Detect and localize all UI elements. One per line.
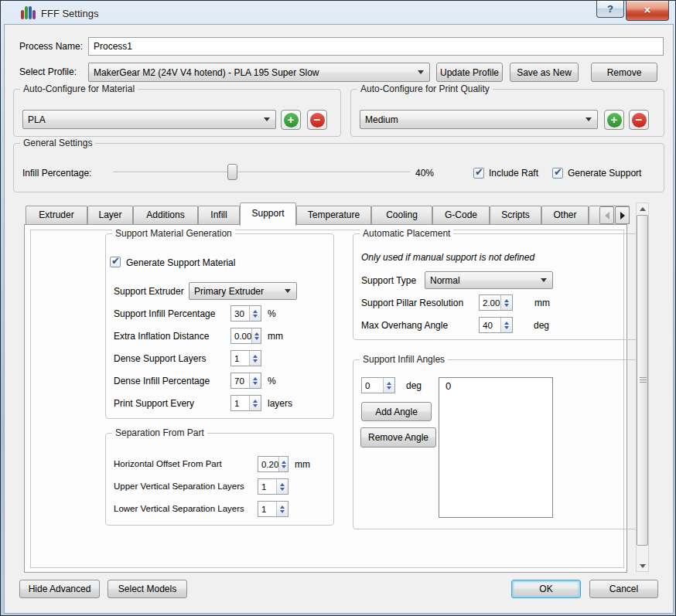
process-name-label: Process Name: (19, 41, 83, 52)
tab-gcode[interactable]: G-Code (432, 206, 490, 224)
extra-inflation-distance-label: Extra Inflation Distance (114, 331, 209, 342)
chevron-left-icon (605, 212, 609, 220)
angle-list-item[interactable]: 0 (439, 378, 552, 392)
minus-icon: − (632, 113, 647, 128)
horizontal-offset-spinner[interactable]: 0.20 (258, 456, 288, 472)
spin-up-icon (280, 505, 285, 509)
check-icon: ✔ (475, 166, 483, 178)
remove-profile-button[interactable]: Remove (591, 63, 657, 82)
upper-vertical-separation-label: Upper Vertical Separation Layers (114, 482, 244, 491)
ok-button[interactable]: OK (511, 580, 581, 598)
max-overhang-angle-spinner[interactable]: 40 (479, 317, 513, 333)
window-title: FFF Settings (41, 8, 98, 19)
infill-percentage-value: 40% (415, 168, 434, 179)
infill-slider-thumb[interactable] (227, 164, 237, 180)
material-select[interactable]: PLA (22, 110, 276, 129)
spin-up-icon (253, 400, 258, 403)
tab-scroll-left-button (599, 206, 614, 224)
save-as-new-button[interactable]: Save as New (510, 63, 579, 82)
support-type-select[interactable]: Normal (425, 271, 553, 289)
tab-support[interactable]: Support (240, 202, 296, 226)
general-settings-group: General Settings (13, 143, 664, 192)
check-icon: ✔ (111, 255, 120, 267)
spin-down-icon (253, 382, 258, 385)
tab-temperature[interactable]: Temperature (296, 206, 371, 224)
tab-extruder[interactable]: Extruder (26, 206, 87, 224)
scroll-down-button[interactable] (637, 560, 648, 571)
lower-vertical-separation-spinner[interactable]: 1 (258, 501, 288, 517)
generate-support-checkbox[interactable]: ✔ (552, 168, 563, 179)
profile-select[interactable]: MakerGear M2 (24V V4 hotend) - PLA 195 S… (88, 63, 430, 82)
spin-down-icon (254, 337, 259, 340)
remove-angle-button[interactable]: Remove Angle (360, 427, 436, 448)
support-type-label: Support Type (361, 275, 416, 286)
lower-vertical-separation-label: Lower Vertical Separation Layers (114, 504, 244, 513)
tab-scroll-right-button[interactable] (615, 206, 630, 224)
support-infill-percentage-spinner[interactable]: 30 (230, 305, 261, 322)
infill-percentage-label: Infill Percentage: (22, 168, 91, 179)
spin-up-icon (387, 382, 391, 385)
infill-slider-track[interactable] (113, 172, 410, 173)
chevron-down-icon (285, 289, 291, 293)
upper-vertical-separation-spinner[interactable]: 1 (258, 478, 288, 495)
scroll-up-button[interactable] (637, 203, 648, 214)
remove-material-button[interactable]: − (307, 110, 327, 130)
update-profile-button[interactable]: Update Profile (436, 63, 503, 82)
dense-infill-percentage-label: Dense Infill Percentage (114, 376, 210, 386)
cancel-button[interactable]: Cancel (589, 580, 658, 598)
angle-spinner[interactable]: 0 (361, 377, 395, 393)
dense-infill-percentage-spinner[interactable]: 70 (230, 373, 261, 389)
hide-advanced-button[interactable]: Hide Advanced (19, 580, 100, 598)
arrow-down-icon (640, 564, 646, 568)
unit-label: mm (534, 298, 550, 308)
fff-settings-window: FFF Settings ? × Process Name: Process1 … (0, 0, 676, 616)
support-extruder-select[interactable]: Primary Extruder (189, 282, 297, 300)
add-material-button[interactable]: + (281, 110, 301, 130)
close-icon: × (644, 3, 651, 16)
generate-support-material-checkbox[interactable]: ✔ (110, 257, 121, 267)
extra-inflation-distance-spinner[interactable]: 0.00 (230, 328, 261, 344)
vertical-scrollbar[interactable] (636, 202, 649, 572)
print-support-every-spinner[interactable]: 1 (230, 395, 261, 411)
tab-scripts[interactable]: Scripts (490, 206, 541, 224)
support-extruder-label: Support Extruder (114, 286, 184, 297)
angle-list[interactable]: 0 (439, 377, 553, 518)
add-quality-button[interactable]: + (604, 110, 624, 130)
spin-down-icon (253, 404, 258, 407)
generate-support-label: Generate Support (568, 168, 641, 179)
select-profile-label: Select Profile: (19, 66, 77, 77)
unit-label: mm (268, 331, 283, 342)
unit-label: mm (295, 459, 310, 470)
tab-cooling[interactable]: Cooling (371, 206, 432, 224)
add-angle-button[interactable]: Add Angle (361, 402, 432, 421)
spin-down-icon (282, 465, 286, 468)
minus-icon: − (310, 113, 325, 128)
help-button[interactable]: ? (596, 1, 624, 18)
tab-other[interactable]: Other (541, 206, 589, 224)
select-models-button[interactable]: Select Models (108, 580, 187, 598)
grip-icon (640, 377, 647, 383)
arrow-up-icon (640, 207, 646, 211)
app-icon (21, 6, 36, 20)
include-raft-label: Include Raft (489, 168, 538, 179)
spin-up-icon (254, 332, 259, 335)
scrollbar-thumb[interactable] (637, 215, 648, 546)
tab-layer[interactable]: Layer (87, 206, 133, 224)
include-raft-checkbox[interactable]: ✔ (473, 168, 484, 179)
support-pillar-resolution-spinner[interactable]: 2.00 (479, 294, 513, 311)
plus-icon: + (607, 113, 622, 128)
remove-quality-button[interactable]: − (629, 110, 649, 130)
unit-label: deg (406, 380, 422, 391)
spin-down-icon (253, 359, 258, 362)
tab-additions[interactable]: Additions (133, 206, 198, 224)
spin-up-icon (504, 299, 509, 302)
spin-down-icon (387, 386, 391, 390)
chevron-down-icon (418, 70, 424, 74)
generate-support-material-label: Generate Support Material (126, 257, 235, 268)
close-button[interactable]: × (626, 1, 669, 21)
tab-infill[interactable]: Infill (198, 206, 240, 224)
dense-support-layers-spinner[interactable]: 1 (230, 350, 261, 366)
process-name-input[interactable]: Process1 (88, 37, 664, 56)
unit-label: deg (534, 320, 549, 331)
quality-select[interactable]: Medium (360, 110, 598, 129)
